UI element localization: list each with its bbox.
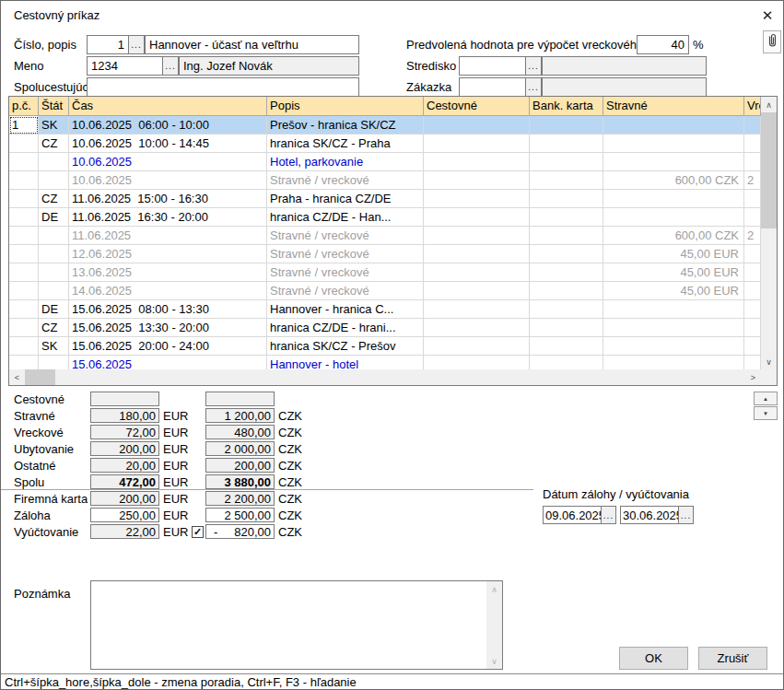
summary-eur-field[interactable]: 250,00 [90,508,159,522]
summary-czk-field[interactable]: 3 880,00 [205,474,275,489]
companions-field[interactable] [87,77,359,97]
cancel-button[interactable]: Zrušiť [698,647,767,670]
order-number-field[interactable]: 1 [87,35,129,54]
advance-date-picker-button[interactable]: ... [601,506,616,524]
summary-czk-field[interactable]: -820,00 [205,524,275,539]
cell-stat [39,245,69,263]
column-header-bank[interactable]: Bank. karta [530,97,603,116]
table-row[interactable]: SK15.06.2025 20:00 - 24:00hranica SK/CZ … [9,337,761,356]
order-job-code-field[interactable] [459,77,526,97]
cost-center-label: Stredisko [406,56,456,76]
eur-currency-label: EUR [159,475,190,489]
note-scrollbar[interactable]: ∧ ∨ [486,581,502,669]
table-row[interactable]: 10.06.2025Hotel, parkovanie [9,153,761,171]
employee-code-field[interactable]: 1234 [87,56,163,76]
summary-eur-field[interactable]: 72,00 [90,425,159,439]
cell-popis: Stravné / vreckové [267,171,424,190]
table-row[interactable]: CZ11.06.2025 15:00 - 16:30Praha - hranic… [9,190,761,208]
eur-currency-label: EUR [159,442,190,456]
cell-pc [9,300,39,319]
summary-eur-field[interactable] [90,392,159,406]
cost-center-lookup-button[interactable]: ... [525,56,542,76]
paperclip-icon [766,32,778,52]
summary-czk-field[interactable] [205,392,275,406]
summary-czk-field[interactable]: 200,00 [205,458,275,473]
table-row[interactable]: 14.06.2025Stravné / vreckové45,00 EUR [9,282,761,300]
table-row[interactable]: 10.06.2025Stravné / vreckové600,00 CZK2 [9,171,761,190]
table-row[interactable]: CZ10.06.2025 10:00 - 14:45hranica SK/CZ … [9,134,761,153]
summary-czk-field[interactable]: 1 200,00 [205,408,275,423]
summary-eur-field[interactable]: 20,00 [90,458,159,473]
column-header-pc[interactable]: p.č. [9,97,39,116]
trip-table: p.č.ŠtátČasPopisCestovnéBank. kartaStrav… [8,96,778,386]
order-number-lookup-button[interactable]: ... [128,35,145,54]
employee-lookup-button[interactable]: ... [162,56,179,76]
note-scroll-up-icon[interactable]: ∧ [486,581,502,597]
note-scroll-down-icon[interactable]: ∨ [486,653,502,669]
scroll-up-icon[interactable]: ∧ [761,97,777,112]
order-job-name-field [542,77,707,97]
scroll-left-icon[interactable]: < [9,369,25,385]
summary-czk-field[interactable]: 2 000,00 [205,441,275,456]
settlement-checkbox[interactable]: ✓ [192,526,204,538]
cell-cestovne [424,245,530,263]
cell-cestovne [424,208,530,227]
summary-rows: CestovnéStravné180,00EUR1 200,00CZKVreck… [14,392,305,541]
description-field[interactable]: Hannover - účasť na veľtrhu [145,35,359,54]
table-row[interactable]: CZ15.06.2025 13:30 - 20:00hranica CZ/DE … [9,319,761,337]
eur-currency-label: EUR [159,509,190,522]
summary-eur-field[interactable]: 472,00 [90,474,159,489]
companions-label: Spolucestujúci [14,77,91,97]
summary-czk-field[interactable]: 2 500,00 [205,508,275,522]
table-row[interactable]: 13.06.2025Stravné / vreckové45,00 EUR [9,263,761,282]
horizontal-scroll-thumb[interactable] [25,369,55,385]
summary-czk-field[interactable]: 480,00 [205,425,275,439]
table-row[interactable]: 11.06.2025Stravné / vreckové600,00 CZK2 [9,227,761,245]
note-label: Poznámka [14,584,70,603]
summary-eur-field[interactable]: 200,00 [90,441,159,456]
cell-stat: CZ [39,134,69,153]
scrollbar-corner [761,369,777,385]
scroll-right-icon[interactable]: > [745,369,761,385]
column-header-stravne[interactable]: Stravné [603,97,744,116]
summary-eur-field[interactable]: 180,00 [90,408,159,423]
ok-button[interactable]: OK [619,647,688,670]
summary-label: Ostatné [14,459,90,473]
settlement-date-field[interactable]: 30.06.2025 [620,506,679,524]
row-down-button[interactable]: ▼ [754,406,778,420]
advance-date-field[interactable]: 09.06.2025 [543,506,602,524]
table-row[interactable]: 12.06.2025Stravné / vreckové45,00 EUR [9,245,761,263]
row-up-button[interactable]: ▲ [754,392,778,405]
column-header-cas[interactable]: Čas [69,97,267,116]
cell-pc [9,190,39,208]
table-row[interactable]: 1SK10.06.2025 06:00 - 10:00Prešov - hran… [9,116,761,134]
cell-bank [530,337,603,356]
column-header-vre[interactable]: Vre [744,97,761,116]
summary-czk-field[interactable]: 2 200,00 [205,491,275,506]
table-row[interactable]: DE11.06.2025 16:30 - 20:00hranica CZ/DE … [9,208,761,227]
summary-label: Vreckové [14,426,90,439]
table-horizontal-scrollbar[interactable]: < > [9,369,761,385]
scroll-down-icon[interactable]: ∨ [761,354,777,369]
pocket-money-percent-field[interactable]: 40 [637,35,689,54]
dialog-title: Cestovný príkaz [14,6,99,25]
attachment-button[interactable] [763,30,781,53]
summary-eur-field[interactable]: 22,00 [90,524,159,539]
order-job-lookup-button[interactable]: ... [525,77,542,97]
cell-cas: 15.06.2025 20:00 - 24:00 [69,337,267,356]
vertical-scroll-thumb[interactable] [761,112,777,228]
column-header-popis[interactable]: Popis [267,97,424,116]
close-icon[interactable]: ✕ [755,5,780,27]
cost-center-code-field[interactable] [459,56,526,76]
table-row[interactable]: DE15.06.2025 08:00 - 13:30Hannover - hra… [9,300,761,319]
column-header-stat[interactable]: Štát [39,97,69,116]
cell-cas: 15.06.2025 08:00 - 13:30 [69,300,267,319]
cell-pc [9,337,39,356]
table-vertical-scrollbar[interactable]: ∧ ∨ [761,97,777,369]
column-header-cestovne[interactable]: Cestovné [424,97,530,116]
summary-eur-field[interactable]: 200,00 [90,491,159,506]
table-row[interactable]: 15.06.2025Hannover - hotel [9,356,761,369]
settlement-date-picker-button[interactable]: ... [678,506,694,524]
note-textarea[interactable]: ∧ ∨ [90,580,503,670]
advance-dates-label: Dátum zálohy / vyúčtovania [543,486,689,503]
